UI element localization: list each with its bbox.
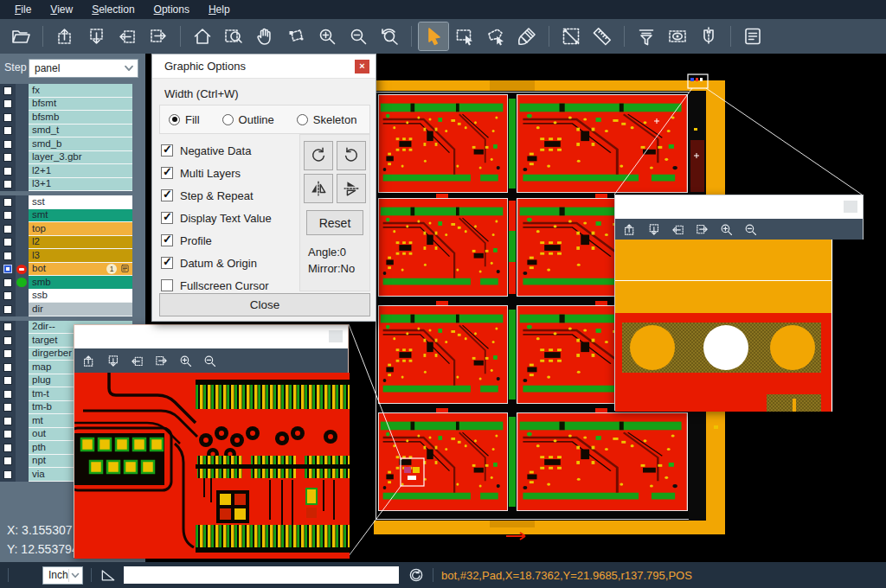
view-options-button[interactable] — [663, 22, 692, 50]
rotate-cw-button[interactable] — [304, 141, 333, 170]
layer-row-l2+1[interactable]: l2+1 — [0, 164, 145, 178]
layer-checkbox-l3+1[interactable] — [3, 180, 12, 189]
layer-row-ssb[interactable]: ssb — [0, 290, 145, 304]
zoom-out-icon[interactable] — [743, 222, 758, 237]
zoom-home-button[interactable] — [188, 22, 217, 50]
reset-button[interactable]: Reset — [306, 210, 363, 235]
snap-button[interactable] — [694, 22, 723, 50]
clear-highlight-button[interactable] — [512, 22, 542, 50]
ruler-button[interactable] — [587, 22, 617, 50]
rotate-ccw-button[interactable] — [337, 141, 366, 170]
layer-name-l3+1[interactable]: l3+1 — [29, 178, 132, 192]
layer-row-l2[interactable]: l2 — [0, 236, 145, 250]
zoom-in-icon[interactable] — [719, 222, 734, 237]
radio-fill[interactable]: Fill — [169, 113, 200, 126]
layer-row-l3+1[interactable]: l3+1 — [0, 178, 145, 192]
filter-button[interactable] — [632, 22, 661, 50]
checkbox-display-text-value[interactable]: Display Text Value — [161, 207, 272, 229]
rect-select-button[interactable] — [450, 22, 479, 50]
layer-name-smt[interactable]: smt — [29, 209, 132, 223]
report-button[interactable] — [738, 22, 767, 50]
pan-left-icon[interactable] — [671, 222, 685, 237]
pan-right-icon[interactable] — [154, 354, 169, 368]
layer-checkbox-top[interactable] — [3, 225, 12, 233]
layer-row-l3[interactable]: l3 — [0, 249, 145, 263]
layer-checkbox-plug[interactable] — [3, 376, 12, 385]
magnifier-1-menu-button[interactable] — [329, 330, 343, 342]
pan-down-icon[interactable] — [106, 354, 120, 368]
layer-checkbox-sst[interactable] — [3, 198, 12, 207]
layer-name-ssb[interactable]: ssb — [29, 290, 132, 304]
layer-row-smd_t[interactable]: smd_t — [0, 125, 145, 138]
checkbox-step-repeat[interactable]: Step & Repeat — [161, 184, 272, 207]
layer-row-bot[interactable]: bot1 — [0, 263, 145, 277]
pan-left-button[interactable] — [112, 22, 142, 50]
layer-name-l3[interactable]: l3 — [29, 249, 132, 263]
pan-down-button[interactable] — [81, 22, 111, 50]
layer-checkbox-npt[interactable] — [3, 457, 12, 465]
layer-checkbox-bot[interactable] — [3, 265, 12, 273]
pan-left-icon[interactable] — [130, 354, 144, 368]
layer-checkbox-fx[interactable] — [3, 86, 12, 95]
flip-vertical-button[interactable] — [337, 174, 366, 203]
pan-hand-button[interactable] — [250, 22, 279, 50]
layer-name-bot[interactable]: bot1 — [29, 263, 132, 277]
layer-checkbox-dirgerber[interactable] — [3, 349, 12, 358]
layer-name-top[interactable]: top — [29, 222, 132, 236]
radio-skeleton[interactable]: Skeleton — [297, 113, 357, 126]
zoom-out-icon[interactable] — [202, 354, 217, 368]
layer-checkbox-smt[interactable] — [3, 211, 12, 220]
layer-row-smt[interactable]: smt — [0, 209, 145, 223]
unit-select[interactable]: Inch — [42, 566, 83, 585]
layer-checkbox-map[interactable] — [3, 363, 12, 372]
layer-checkbox-l2+1[interactable] — [3, 167, 12, 176]
open-file-button[interactable] — [6, 22, 35, 50]
layer-checkbox-tm-b[interactable] — [3, 403, 12, 412]
layer-name-fx[interactable]: fx — [29, 84, 132, 98]
layer-checkbox-l3[interactable] — [3, 252, 12, 260]
radio-outline[interactable]: Outline — [222, 113, 274, 126]
layer-checkbox-ssb[interactable] — [3, 291, 12, 300]
checkbox-datum-origin[interactable]: Datum & Origin — [161, 252, 272, 274]
dialog-titlebar[interactable]: Graphic Options × — [152, 54, 376, 79]
magnifier-2-menu-button[interactable] — [844, 201, 857, 213]
layer-row-bfsmt[interactable]: bfsmt — [0, 98, 145, 112]
layer-checkbox-target[interactable] — [3, 336, 12, 345]
zoom-out-button[interactable] — [343, 22, 373, 50]
close-button[interactable]: Close — [159, 293, 370, 316]
layer-checkbox-mt[interactable] — [3, 417, 12, 425]
dialog-close-button[interactable]: × — [355, 60, 369, 74]
layer-name-layer_3.gbr[interactable]: layer_3.gbr — [29, 151, 132, 165]
layer-row-smd_b[interactable]: smd_b — [0, 137, 145, 151]
zoom-window-button[interactable] — [219, 22, 248, 50]
menu-options[interactable]: Options — [144, 2, 199, 17]
menu-help[interactable]: Help — [199, 2, 240, 17]
zoom-in-icon[interactable] — [178, 354, 193, 368]
layer-checkbox-pth[interactable] — [3, 444, 12, 452]
checkbox-negative-data[interactable]: Negative Data — [161, 139, 272, 162]
menu-selection[interactable]: Selection — [82, 2, 144, 17]
checkbox-multi-layers[interactable]: Multi Layers — [161, 162, 272, 184]
zoom-polygon-button[interactable] — [281, 22, 311, 50]
layer-checkbox-l2[interactable] — [3, 238, 12, 246]
pan-up-button[interactable] — [50, 22, 80, 50]
step-select[interactable]: panel — [29, 59, 138, 78]
layer-checkbox-out[interactable] — [3, 430, 12, 438]
layer-name-smb[interactable]: smb — [29, 276, 132, 290]
menu-file[interactable]: File — [5, 2, 41, 17]
layer-checkbox-tm-t[interactable] — [3, 390, 12, 399]
pan-right-icon[interactable] — [695, 222, 709, 237]
command-input[interactable] — [124, 566, 399, 584]
layer-name-smd_b[interactable]: smd_b — [29, 137, 132, 151]
pan-up-icon[interactable] — [622, 222, 637, 237]
layer-name-bfsmb[interactable]: bfsmb — [29, 111, 132, 125]
layer-row-bfsmb[interactable]: bfsmb — [0, 111, 145, 125]
pan-right-button[interactable] — [144, 22, 173, 50]
layer-checkbox-bfsmt[interactable] — [3, 99, 12, 108]
layer-checkbox-via[interactable] — [3, 470, 12, 479]
layer-name-l2[interactable]: l2 — [29, 236, 132, 250]
layer-row-fx[interactable]: fx — [0, 84, 145, 98]
layer-row-sst[interactable]: sst — [0, 195, 145, 209]
layer-checkbox-dir[interactable] — [3, 305, 12, 314]
layer-name-smd_t[interactable]: smd_t — [29, 125, 132, 138]
